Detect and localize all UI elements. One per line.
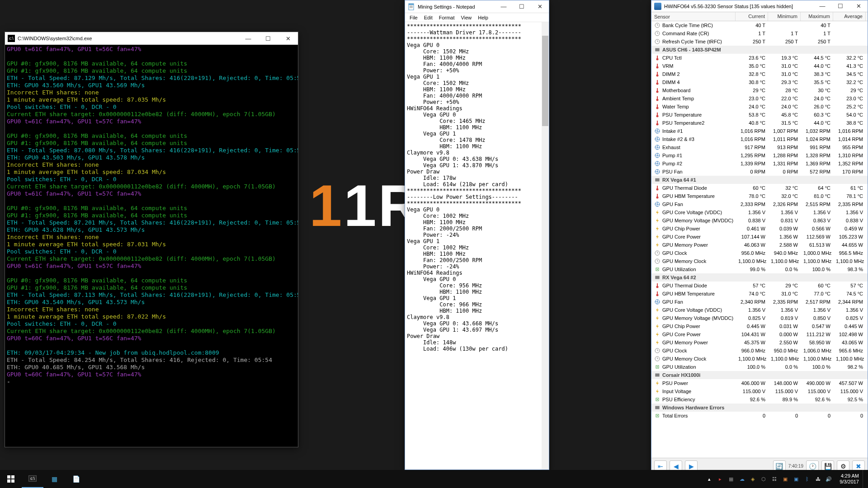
scrollbar-thumb[interactable] bbox=[542, 36, 548, 126]
taskbar-notepad[interactable]: 📄 bbox=[65, 470, 87, 488]
close-button[interactable]: ✕ bbox=[278, 32, 298, 45]
hwinfo-titlebar[interactable]: HWiNFO64 v5.56-3230 Sensor Status [135 v… bbox=[651, 0, 868, 12]
close-button[interactable]: ✕ bbox=[531, 0, 549, 13]
sensor-row[interactable]: Total Errors0000 bbox=[651, 412, 868, 420]
tray-icon[interactable]: ▣ bbox=[782, 475, 789, 483]
tray-icon[interactable]: ▦ bbox=[727, 475, 735, 483]
sensor-row[interactable]: VRM35.0 °C31.0 °C44.0 °C41.3 °C bbox=[651, 62, 868, 70]
sensor-row[interactable]: GPU Thermal Diode60 °C32 °C64 °C61 °C bbox=[651, 184, 868, 192]
cmd-window[interactable]: c:\ C:\WINDOWS\system32\cmd.exe — ☐ ✕ GP… bbox=[5, 32, 298, 447]
hwinfo-column-headers[interactable]: SensorCurrentMinimumMaximumAverage bbox=[651, 12, 868, 21]
menu-format[interactable]: Format bbox=[436, 14, 458, 21]
start-button[interactable] bbox=[0, 470, 22, 488]
scrollbar[interactable] bbox=[542, 22, 549, 469]
taskbar-cmd[interactable]: c:\ bbox=[22, 470, 43, 488]
tray-bluetooth-icon[interactable]: ᛒ bbox=[803, 475, 811, 483]
sensor-row[interactable]: GPU Utilization99.0 %0.0 %100.0 %98.3 % bbox=[651, 265, 868, 273]
column-header[interactable]: Sensor bbox=[651, 12, 736, 21]
tray-onedrive-icon[interactable]: ☁ bbox=[738, 475, 745, 483]
sensor-row[interactable]: GPU Memory Clock1,100.0 MHz1,100.0 MHz1,… bbox=[651, 257, 868, 265]
sensor-row[interactable]: PSU Temperature53.8 °C45.8 °C60.3 °C54.0… bbox=[651, 111, 868, 119]
sensor-row[interactable]: PSU Efficiency92.6 %89.9 %92.6 %92.5 % bbox=[651, 395, 868, 404]
sensor-row[interactable]: GPU Clock966.0 MHz950.0 MHz1,006.0 MHz96… bbox=[651, 347, 868, 355]
hwinfo-window[interactable]: HWiNFO64 v5.56-3230 Sensor Status [135 v… bbox=[651, 0, 868, 474]
taskbar-app-icon[interactable]: ▦ bbox=[43, 470, 65, 488]
sensor-row[interactable]: GPU Fan2,340 RPM2,335 RPM2,517 RPM2,344 … bbox=[651, 298, 868, 306]
tray-volume-icon[interactable]: 🔊 bbox=[825, 475, 832, 483]
menu-view[interactable]: View bbox=[458, 14, 475, 21]
column-header[interactable]: Average bbox=[833, 12, 866, 21]
sensor-row[interactable]: GPU Memory Clock1,100.0 MHz1,100.0 MHz1,… bbox=[651, 355, 868, 363]
maximize-button[interactable]: ☐ bbox=[513, 0, 531, 13]
column-header[interactable]: Maximum bbox=[801, 12, 833, 21]
sensor-row[interactable]: Motherboard29 °C28 °C30 °C29 °C bbox=[651, 86, 868, 94]
menu-help[interactable]: Help bbox=[475, 14, 491, 21]
sensor-row[interactable]: GPU Core Voltage (VDDC)1.356 V1.356 V1.3… bbox=[651, 306, 868, 314]
sensor-row[interactable]: Intake #11,016 RPM1,007 RPM1,032 RPM1,01… bbox=[651, 127, 868, 135]
notepad-titlebar[interactable]: Mining Settings - Notepad — ☐ ✕ bbox=[405, 0, 549, 13]
sensor-row[interactable]: Bank Cycle Time (tRC)40 T40 T bbox=[651, 21, 868, 29]
notepad-content[interactable]: *********************************** ----… bbox=[405, 22, 549, 353]
tray-network-icon[interactable]: 🖧 bbox=[814, 475, 821, 483]
sensor-row[interactable]: GPU Core Voltage (VDDC)1.356 V1.356 V1.3… bbox=[651, 208, 868, 216]
sensor-row[interactable]: GPU Memory Voltage (MVDDC)0.838 V0.831 V… bbox=[651, 216, 868, 225]
menu-file[interactable]: File bbox=[407, 14, 420, 21]
sensor-row[interactable]: PSU Fan0 RPM0 RPM572 RPM170 RPM bbox=[651, 168, 868, 176]
column-header[interactable]: Current bbox=[736, 12, 768, 21]
sensor-row[interactable]: GPU Fan2,333 RPM2,326 RPM2,515 RPM2,335 … bbox=[651, 200, 868, 208]
notepad-menubar[interactable]: FileEditFormatViewHelp bbox=[405, 13, 549, 22]
sensor-row[interactable]: GPU Memory Power45.375 W2.550 W58.950 W4… bbox=[651, 338, 868, 347]
sensor-row[interactable]: Command Rate (CR)1 T1 T1 T bbox=[651, 29, 868, 38]
sensor-row[interactable]: GPU Utilization100.0 %0.0 %100.0 %98.2 % bbox=[651, 363, 868, 371]
tray-corsair-icon[interactable]: ◈ bbox=[749, 475, 756, 483]
taskbar-clock[interactable]: 4:29 AM 9/3/2017 bbox=[836, 473, 863, 485]
sensor-group-header[interactable]: RX Vega 64 #2 bbox=[651, 273, 868, 282]
tray-amd-icon[interactable]: ▸ bbox=[717, 475, 724, 483]
maximize-button[interactable]: ☐ bbox=[258, 32, 278, 45]
maximize-button[interactable]: ☐ bbox=[831, 0, 849, 12]
notepad-window[interactable]: Mining Settings - Notepad — ☐ ✕ FileEdit… bbox=[405, 0, 549, 470]
sensor-row[interactable]: GPU Clock956.0 MHz940.0 MHz1,000.0 MHz95… bbox=[651, 249, 868, 257]
sensor-row[interactable]: GPU HBM Temperature78.0 °C32.0 °C81.0 °C… bbox=[651, 192, 868, 200]
sensor-row[interactable]: Water Temp24.0 °C24.0 °C26.0 °C25.2 °C bbox=[651, 103, 868, 111]
sensor-row[interactable]: GPU Core Power104.431 W0.000 W111.212 W1… bbox=[651, 330, 868, 338]
system-tray[interactable]: ▴ ▸ ▦ ☁ ◈ ⬡ ☷ ▣ ▣ ᛒ 🖧 🔊 bbox=[702, 475, 836, 483]
show-desktop-button[interactable] bbox=[863, 470, 868, 488]
tray-hwinfo-icon[interactable]: ▣ bbox=[793, 475, 800, 483]
sensor-group-header[interactable]: Corsair HX1000i bbox=[651, 371, 868, 379]
sensor-row[interactable]: GPU Chip Power0.461 W0.039 W0.566 W0.459… bbox=[651, 225, 868, 233]
sensor-row[interactable]: GPU Core Power107.144 W1.356 W112.569 W1… bbox=[651, 233, 868, 241]
sensor-row[interactable]: Pump #11,295 RPM1,288 RPM1,328 RPM1,310 … bbox=[651, 151, 868, 160]
close-button[interactable]: ✕ bbox=[849, 0, 868, 12]
sensor-row[interactable]: Intake #2 & #31,016 RPM1,011 RPM1,024 RP… bbox=[651, 135, 868, 143]
cmd-titlebar[interactable]: c:\ C:\WINDOWS\system32\cmd.exe — ☐ ✕ bbox=[5, 32, 298, 45]
sensor-row[interactable]: Exhaust917 RPM913 RPM991 RPM955 RPM bbox=[651, 143, 868, 151]
sensor-group-header[interactable]: Windows Hardware Errors bbox=[651, 404, 868, 412]
menu-edit[interactable]: Edit bbox=[421, 14, 435, 21]
sensor-row[interactable]: GPU Chip Power0.445 W0.031 W0.547 W0.445… bbox=[651, 322, 868, 330]
minimize-button[interactable]: — bbox=[813, 0, 831, 12]
minimize-button[interactable]: — bbox=[495, 0, 513, 13]
sensor-row[interactable]: PSU Power406.000 W148.000 W490.000 W457.… bbox=[651, 379, 868, 387]
sensor-row[interactable]: Input Voltage115.000 V115.000 V115.000 V… bbox=[651, 387, 868, 395]
tray-icon[interactable]: ☷ bbox=[771, 475, 778, 483]
sensor-row[interactable]: CPU Tctl23.6 °C19.3 °C44.5 °C32.2 °C bbox=[651, 54, 868, 62]
column-header[interactable]: Minimum bbox=[768, 12, 801, 21]
sensor-row[interactable]: PSU Temperature240.8 °C31.5 °C44.0 °C38.… bbox=[651, 119, 868, 127]
sensor-row[interactable]: GPU Memory Power46.063 W2.588 W61.513 W4… bbox=[651, 241, 868, 249]
taskbar[interactable]: c:\ ▦ 📄 ▴ ▸ ▦ ☁ ◈ ⬡ ☷ ▣ ▣ ᛒ 🖧 🔊 4:29 AM … bbox=[0, 470, 868, 488]
sensor-group-header[interactable]: RX Vega 64 #1 bbox=[651, 176, 868, 184]
tray-icon[interactable]: ▴ bbox=[706, 475, 713, 483]
sensor-row[interactable]: GPU HBM Temperature74.0 °C31.0 °C77.0 °C… bbox=[651, 290, 868, 298]
sensor-group-header[interactable]: ASUS CH6 - 1403-SP42M bbox=[651, 46, 868, 54]
sensor-row[interactable]: DIMM 430.8 °C29.3 °C35.5 °C32.2 °C bbox=[651, 78, 868, 86]
sensor-row[interactable]: GPU Thermal Diode57 °C29 °C60 °C57 °C bbox=[651, 282, 868, 290]
minimize-button[interactable]: — bbox=[238, 32, 258, 45]
sensor-row[interactable]: Pump #21,339 RPM1,331 RPM1,369 RPM1,352 … bbox=[651, 160, 868, 168]
hwinfo-sensor-list[interactable]: Bank Cycle Time (tRC)40 T40 TCommand Rat… bbox=[651, 21, 868, 458]
tray-icon[interactable]: ⬡ bbox=[760, 475, 767, 483]
sensor-row[interactable]: Ambient Temp23.0 °C22.0 °C24.0 °C23.0 °C bbox=[651, 94, 868, 103]
sensor-row[interactable]: DIMM 232.8 °C31.0 °C38.3 °C34.5 °C bbox=[651, 70, 868, 78]
sensor-row[interactable]: Refresh Cycle Time (tRFC)250 T250 T250 T bbox=[651, 38, 868, 46]
sensor-row[interactable]: GPU Memory Voltage (MVDDC)0.825 V0.819 V… bbox=[651, 314, 868, 322]
